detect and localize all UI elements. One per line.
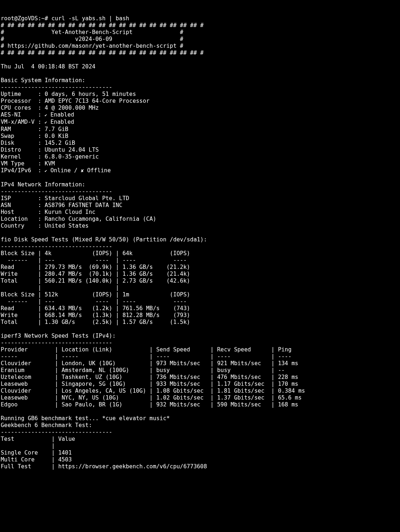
gb-multi-row: Multi Core | 4503 — [1, 456, 72, 463]
sysinfo-cores: CPU cores : 4 @ 2000.000 MHz — [1, 105, 99, 111]
fio-table-header: Block Size | 4k (IOPS) | 64k (IOPS) — [1, 250, 190, 257]
fio-read-row: Read | 634.43 MB/s (1.2k) | 761.56 MB/s … — [1, 305, 190, 312]
gb-single-row: Single Core | 1401 — [1, 449, 72, 456]
gb-blank-row: | — [1, 443, 109, 449]
iperf-row: Uztelecom | Tashkent, UZ (10G) | 736 Mbi… — [1, 374, 302, 380]
iperf-table-header: Provider | Location (Link) | Send Speed … — [1, 346, 302, 353]
iperf-table-divider: ----- | ----- | ---- | ---- | ---- — [1, 353, 302, 360]
iperf-row: Leaseweb | NYC, NY, US (10G) | 1.02 Gbit… — [1, 394, 305, 401]
sysinfo-vmx-label: VM-x/AMD-V : — [1, 119, 45, 125]
fio-table-divider: ------ | --- ---- | ---- ---- — [1, 257, 190, 263]
netinfo-asn: ASN : AS8796 FASTNET DATA INC — [1, 202, 122, 208]
fio-table-header: Block Size | 512k (IOPS) | 1m (IOPS) — [1, 291, 190, 298]
banner-border: # ## ## ## ## ## ## ## ## ## ## ## ## ##… — [1, 22, 204, 29]
sysinfo-ip-online: Online / — [47, 167, 81, 174]
check-icon — [45, 111, 47, 118]
fio-write-row: Write | 668.14 MB/s (1.3k) | 812.28 MB/s… — [1, 312, 190, 318]
section-header: Geekbench 6 Benchmark Test: — [1, 422, 92, 428]
divider: --------------------------------- — [1, 243, 112, 250]
sysinfo-uptime: Uptime : 0 days, 6 hours, 51 minutes — [1, 91, 136, 97]
sysinfo-vmx-value: Enabled — [47, 119, 74, 125]
check-icon — [45, 119, 47, 125]
sysinfo-distro: Distro : Ubuntu 24.04 LTS — [1, 147, 99, 153]
section-header: iperf3 Network Speed Tests (IPv4): — [1, 333, 116, 339]
gb-running: Running GB6 benchmark test... *cue eleva… — [1, 415, 170, 422]
divider: --------------------------------- — [1, 188, 112, 195]
section-header: fio Disk Speed Tests (Mixed R/W 50/50) (… — [1, 236, 207, 243]
check-icon — [45, 167, 47, 174]
fio-total-row: Total | 560.21 MB/s (140.0k) | 2.73 GB/s… — [1, 278, 190, 284]
sysinfo-kernel: Kernel : 6.8.0-35-generic — [1, 153, 99, 160]
sysinfo-aesni-value: Enabled — [47, 111, 74, 118]
iperf-row: Leaseweb | Singapore, SG (10G) | 933 Mbi… — [1, 381, 302, 387]
gb-table-header: Test | Value — [1, 436, 75, 442]
divider: --------------------------------- — [1, 84, 112, 90]
sysinfo-swap: Swap : 0.0 KiB — [1, 133, 68, 139]
sysinfo-ip-label: IPv4/IPv6 : — [1, 167, 45, 174]
fio-read-row: Read | 279.73 MB/s (69.9k) | 1.36 GB/s (… — [1, 264, 190, 270]
terminal-output: root@ZgoVDS:~# curl -sL yabs.sh | bash #… — [1, 15, 399, 470]
banner-border: # ## ## ## ## ## ## ## ## ## ## ## ## ##… — [1, 50, 204, 56]
netinfo-host: Host : Kurun Cloud Inc — [1, 209, 95, 215]
sysinfo-vmtype: VM Type : KVM — [1, 160, 55, 167]
iperf-row: Clouvider | Los Angeles, CA, US (10G) | … — [1, 388, 308, 394]
fio-table-divider: ------ | --- ---- | ---- ---- — [1, 298, 190, 305]
gb-full-row: Full Test | https://browser.geekbench.co… — [1, 463, 207, 470]
timestamp: Thu Jul 4 00:18:48 BST 2024 — [1, 63, 95, 70]
sysinfo-processor: Processor : AMD EPYC 7C13 64-Core Proces… — [1, 98, 150, 104]
iperf-row: Eranium | Amsterdam, NL (100G) | busy | … — [1, 367, 288, 373]
cross-icon — [81, 167, 84, 174]
shell-prompt: root@ZgoVDS:~# curl -sL yabs.sh | bash — [1, 15, 129, 22]
netinfo-location: Location : Rancho Cucamonga, California … — [1, 216, 156, 222]
section-header: Basic System Information: — [1, 77, 85, 84]
fio-total-row: Total | 1.30 GB/s (2.5k) | 1.57 GB/s (1.… — [1, 319, 190, 325]
divider: --------------------------------- — [1, 339, 112, 346]
sysinfo-ram: RAM : 7.7 GiB — [1, 126, 68, 132]
sysinfo-aesni-label: AES-NI : — [1, 111, 45, 118]
section-header: IPv4 Network Information: — [1, 181, 85, 188]
banner-version: # v2024-06-09 # — [1, 36, 183, 42]
netinfo-country: Country : United States — [1, 223, 89, 229]
sysinfo-ip-offline: Offline — [84, 167, 111, 174]
netinfo-isp: ISP : Starcloud Global Pte. LTD — [1, 195, 129, 202]
iperf-row: Clouvider | London, UK (10G) | 973 Mbits… — [1, 360, 302, 367]
fio-blank-row: | | — [1, 284, 190, 291]
banner-url: # https://github.com/masonr/yet-another-… — [1, 43, 183, 49]
divider: --------------------------------- — [1, 429, 112, 435]
sysinfo-disk: Disk : 145.2 GiB — [1, 140, 75, 146]
banner-title: # Yet-Another-Bench-Script # — [1, 29, 183, 35]
iperf-row: Edgoo | Sao Paulo, BR (1G) | 932 Mbits/s… — [1, 401, 302, 408]
fio-write-row: Write | 280.47 MB/s (70.1k) | 1.36 GB/s … — [1, 271, 190, 277]
